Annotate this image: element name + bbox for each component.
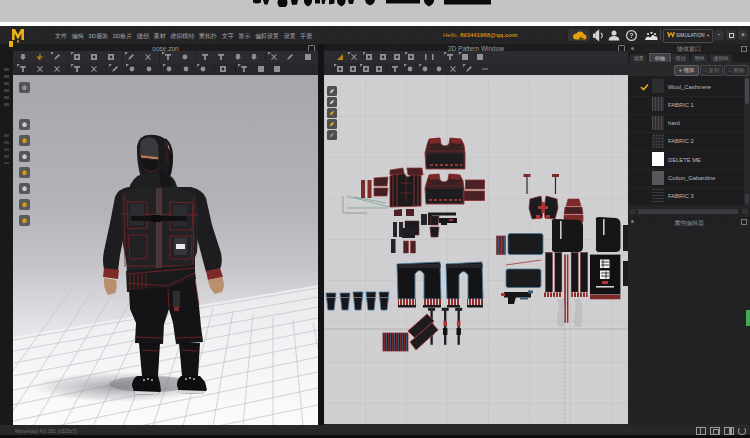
svg-text:?: ?: [629, 32, 633, 39]
